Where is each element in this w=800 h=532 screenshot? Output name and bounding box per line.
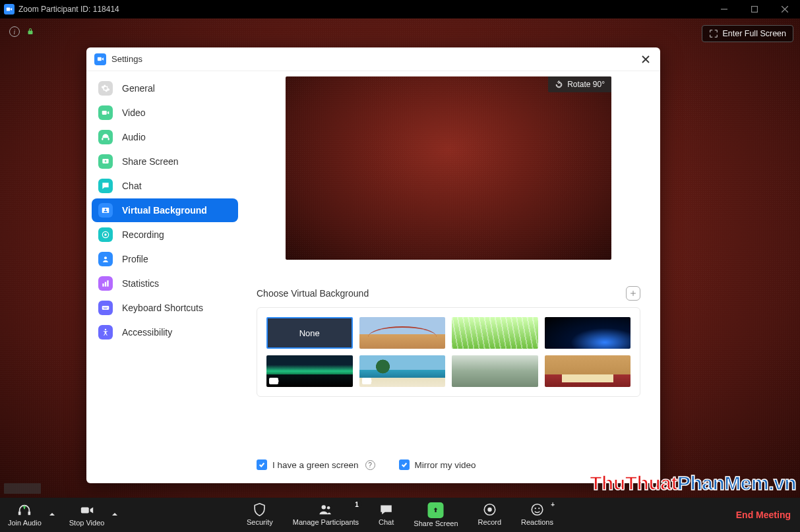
svg-point-28 (322, 505, 326, 509)
settings-sidebar: General Video Audio Share Screen Chat (86, 71, 243, 483)
help-icon[interactable]: ? (365, 460, 375, 470)
manage-participants-button[interactable]: 1 Manage Participants (289, 501, 363, 529)
settings-title: Settings (111, 54, 142, 64)
vbg-thumb-bridge[interactable] (359, 317, 446, 349)
virtual-background-icon (98, 203, 113, 218)
sidebar-item-statistics[interactable]: Statistics (92, 272, 238, 295)
settings-dialog: Settings General Video Audio (86, 47, 660, 483)
sidebar-item-virtual-background[interactable]: Virtual Background (92, 198, 238, 222)
svg-rect-21 (106, 307, 106, 308)
sidebar-item-label: Statistics (122, 278, 159, 289)
mirror-video-label: Mirror my video (415, 460, 476, 470)
vbg-thumb-grass[interactable] (452, 317, 538, 349)
join-audio-label: Join Audio (8, 519, 42, 527)
record-icon (482, 502, 497, 517)
window-titlebar: Zoom Participant ID: 118414 (0, 0, 800, 18)
share-screen-icon (98, 154, 113, 169)
sidebar-item-label: Accessibility (122, 327, 172, 338)
window-close-button[interactable] (770, 0, 800, 18)
vbg-thumb-none[interactable]: None (266, 317, 353, 349)
svg-rect-18 (102, 306, 109, 310)
vbg-thumb-space[interactable] (545, 317, 631, 349)
video-preview: Rotate 90° (286, 76, 611, 260)
share-screen-button[interactable]: Share Screen (410, 501, 462, 529)
rotate-90-button[interactable]: Rotate 90° (548, 76, 611, 92)
vbg-thumb-hall[interactable] (545, 355, 631, 387)
security-button[interactable]: Security (243, 501, 277, 529)
headphones-icon (98, 130, 113, 144)
sidebar-item-label: Video (122, 107, 146, 118)
sidebar-item-label: Share Screen (122, 156, 179, 167)
sidebar-item-general[interactable]: General (92, 76, 238, 100)
vbg-thumb-beach[interactable] (359, 355, 446, 387)
zoom-app-icon (4, 4, 15, 15)
green-screen-label: I have a green screen (272, 460, 359, 470)
audio-options-caret[interactable] (47, 511, 57, 528)
shield-icon (253, 502, 267, 517)
sidebar-item-label: Keyboard Shortcuts (122, 303, 203, 313)
svg-point-11 (105, 209, 107, 211)
video-icon (98, 105, 113, 120)
recording-icon (98, 227, 113, 242)
manage-participants-label: Manage Participants (293, 518, 359, 526)
mirror-video-checkbox[interactable]: Mirror my video (399, 459, 476, 470)
accessibility-icon (98, 325, 113, 340)
video-icon (269, 378, 278, 384)
share-screen-label: Share Screen (414, 519, 458, 527)
svg-point-33 (535, 508, 536, 509)
fullscreen-label: Enter Full Screen (722, 29, 786, 38)
record-button[interactable]: Record (474, 501, 505, 529)
enter-fullscreen-button[interactable]: Enter Full Screen (702, 25, 793, 42)
share-arrow-icon (428, 502, 444, 518)
sidebar-item-label: General (122, 83, 155, 94)
window-minimize-button[interactable] (709, 0, 739, 18)
chat-label: Chat (379, 518, 394, 526)
sidebar-item-profile[interactable]: Profile (92, 247, 238, 271)
stop-video-button[interactable]: Stop Video (65, 502, 109, 528)
join-audio-button[interactable]: Join Audio (4, 502, 46, 528)
meeting-info-icon[interactable]: i (9, 26, 20, 37)
sidebar-item-recording[interactable]: Recording (92, 223, 238, 247)
window-maximize-button[interactable] (739, 0, 770, 18)
svg-rect-25 (18, 512, 21, 516)
zoom-icon (94, 53, 106, 65)
svg-rect-20 (104, 307, 105, 308)
video-icon (80, 503, 94, 517)
svg-rect-15 (102, 283, 104, 287)
sidebar-item-share-screen[interactable]: Share Screen (92, 150, 238, 173)
vbg-thumb-forest[interactable] (452, 355, 538, 387)
statistics-icon (98, 276, 113, 291)
record-label: Record (478, 518, 501, 526)
svg-point-32 (532, 504, 543, 516)
green-screen-checkbox[interactable]: I have a green screen ? (257, 459, 375, 470)
sidebar-item-label: Recording (122, 229, 164, 240)
svg-point-14 (104, 256, 107, 259)
sidebar-item-audio[interactable]: Audio (92, 125, 238, 149)
video-options-caret[interactable] (109, 511, 120, 528)
chat-icon (98, 179, 113, 193)
recording-indicator (4, 483, 41, 494)
sidebar-item-chat[interactable]: Chat (92, 174, 238, 198)
sidebar-item-keyboard-shortcuts[interactable]: Keyboard Shortcuts (92, 296, 238, 320)
svg-point-34 (538, 508, 539, 509)
choose-vbg-label: Choose Virtual Background (257, 288, 369, 299)
chat-button[interactable]: Chat (375, 501, 398, 529)
end-meeting-button[interactable]: End Meeting (736, 510, 791, 520)
vbg-none-label: None (299, 328, 320, 338)
encryption-lock-icon[interactable] (25, 26, 36, 37)
reactions-label: Reactions (521, 518, 553, 526)
settings-close-button[interactable] (639, 53, 652, 66)
gear-icon (98, 81, 113, 96)
svg-rect-19 (104, 307, 104, 308)
svg-rect-26 (28, 512, 31, 516)
reactions-button[interactable]: + Reactions (517, 501, 557, 529)
vbg-thumb-aurora[interactable] (266, 355, 353, 387)
rotate-label: Rotate 90° (567, 80, 605, 89)
meeting-toolbar: Join Audio Stop Video Security 1 Manage … (0, 498, 800, 532)
sidebar-item-video[interactable]: Video (92, 101, 238, 125)
sidebar-item-label: Chat (122, 181, 142, 191)
sidebar-item-accessibility[interactable]: Accessibility (92, 320, 238, 344)
svg-rect-22 (107, 307, 108, 308)
add-background-button[interactable] (626, 286, 640, 301)
video-icon (362, 378, 371, 384)
